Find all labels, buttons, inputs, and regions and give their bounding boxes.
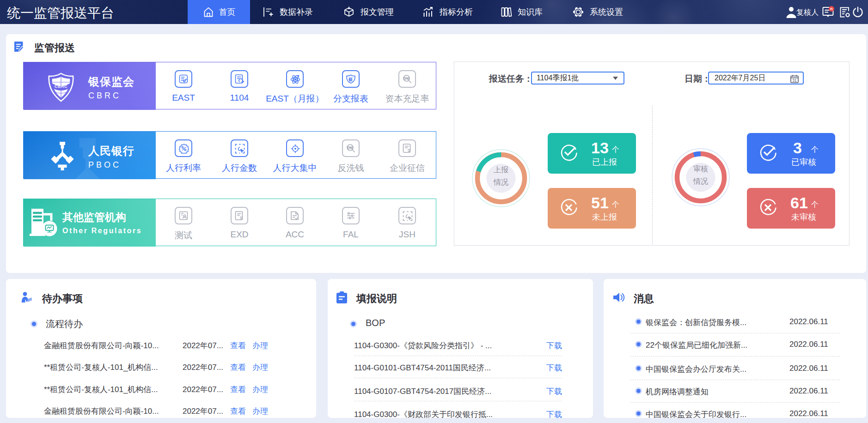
svg-text:n: n — [830, 6, 833, 11]
svg-text:情况: 情况 — [493, 178, 508, 186]
svg-text:31: 31 — [792, 78, 797, 83]
svg-text:情况: 情况 — [693, 177, 708, 185]
svg-text:审核: 审核 — [693, 165, 708, 173]
svg-text:0%: 0% — [404, 76, 410, 81]
svg-text:征: 征 — [348, 77, 353, 82]
svg-text:上报: 上报 — [494, 166, 508, 174]
svg-text:0%: 0% — [348, 145, 354, 150]
svg-text:CBRC: CBRC — [55, 84, 67, 89]
